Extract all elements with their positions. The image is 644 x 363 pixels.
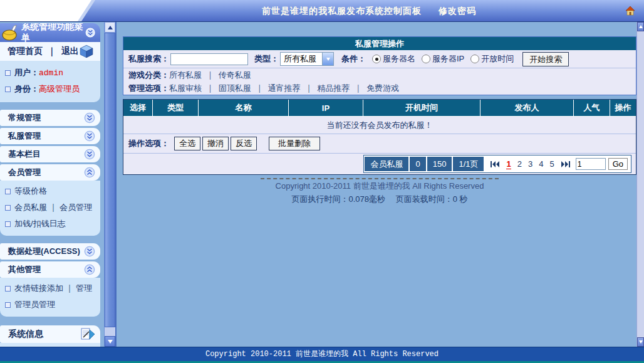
first-page-icon[interactable] [491,161,500,167]
batch-delete-button[interactable]: 批量删除 [269,137,320,150]
invert-select-button[interactable]: 反选 [231,137,257,150]
option-link-guding[interactable]: 固顶私服 [219,83,251,94]
page-5-link[interactable]: 5 [549,159,554,169]
sidebar-section-huiyuan-items: 等级价格 会员私服 ｜ 会员管理 加钱/扣钱日志 [0,181,100,236]
category-link-chuanqi[interactable]: 传奇私服 [219,70,251,81]
link-separator: ｜ [304,83,313,94]
box-icon [79,44,94,59]
col-actions: 操作 [610,100,636,116]
page-1-link[interactable]: 1 [506,159,511,169]
page-3-link[interactable]: 3 [528,159,532,169]
chevron-up-circle-icon[interactable] [84,167,95,178]
col-publisher: 发布人 [480,100,574,116]
arrow-up-icon [639,25,643,28]
header-swoosh-decoration [0,0,92,22]
main-content: 私服管理操作 私服搜索： 类型： 所有私服 条件： 服务器名 服务器 [123,22,636,205]
pagination-tab: 会员私服 [365,157,408,171]
option-link-tongxiao[interactable]: 通宵推荐 [267,83,300,94]
sidebar-section-changgui[interactable]: 常规管理 [0,110,100,126]
page-2-link[interactable]: 2 [517,159,522,169]
pagination-page-size: 150 [427,157,452,171]
dashed-divider [261,178,499,179]
link-separator: ｜ [206,70,214,81]
manage-options-row: 管理选项： 私服审核 ｜ 固顶私服 ｜ 通宵推荐 ｜ 精品推荐 ｜ 免费游戏 [123,82,636,95]
sidebar-item-dengji[interactable]: 等级价格 [0,183,100,199]
unselect-button[interactable]: 撤消 [202,137,229,150]
select-all-button[interactable]: 全选 [174,137,200,150]
header-title-area: 前世是谁埋的我私服发布系统控制面板 修改密码 [94,0,644,21]
change-password-link[interactable]: 修改密码 [439,6,476,16]
nav-separator: ｜ [48,46,56,57]
chevron-down-circle-icon[interactable] [84,130,95,142]
chevron-down-circle-icon[interactable] [85,27,95,38]
category-link-all[interactable]: 所有私服 [169,70,202,81]
scroll-up-button[interactable] [637,22,644,31]
section-title: 其他管理 [8,264,41,275]
manage-options-label: 管理选项： [128,83,169,94]
option-link-jingpin[interactable]: 精品推荐 [317,83,350,94]
search-input[interactable] [170,53,248,65]
chevron-down-circle-icon[interactable] [84,246,95,257]
sidebar-section-jiben[interactable]: 基本栏目 [0,146,100,162]
sidebar-top-panel: 系统管理功能菜单 管理首页 ｜ 退出 [0,23,100,102]
operations-panel: 私服管理操作 私服搜索： 类型： 所有私服 条件： 服务器名 服务器 [123,36,636,95]
home-icon[interactable] [624,4,636,17]
sidebar-section-sifu[interactable]: 私服管理 [0,128,100,144]
sidebar-item-youqing[interactable]: 友情链接添加 ｜ 管理 [0,280,100,297]
radio-server-ip[interactable] [422,55,430,63]
option-link-mianfei[interactable]: 免费游戏 [366,83,399,94]
scroll-up-button[interactable] [105,22,115,33]
nav-home-link[interactable]: 管理首页 [8,46,43,57]
empty-table-message: 当前还没有会员发布的私服！ [123,117,636,134]
system-info-title: 系统信息 [8,329,43,340]
radio-server-name[interactable] [372,55,381,63]
type-select[interactable]: 所有私服 [280,52,334,66]
scroll-down-button[interactable] [105,336,115,347]
user-value: admin [39,68,63,78]
arrow-up-icon [108,26,113,29]
chevron-up-circle-icon[interactable] [84,264,95,275]
sidebar-section-shuju[interactable]: 数据处理(ACCESS) [0,243,100,260]
sidebar-item-label: 会员私服 ｜ 会员管理 [14,202,92,213]
user-label: 用户： [14,67,39,78]
page-4-link[interactable]: 4 [539,159,543,169]
sidebar-item-huiyuan-sifu[interactable]: 会员私服 ｜ 会员管理 [0,199,100,216]
option-link-shenhe[interactable]: 私服审核 [169,83,202,94]
chevron-down-circle-icon[interactable] [84,149,95,160]
link-separator: ｜ [256,83,264,94]
sidebar-item-label: 加钱/扣钱日志 [14,218,66,229]
notepad-icon [80,327,96,341]
section-title: 会员管理 [8,167,41,178]
search-row: 私服搜索： 类型： 所有私服 条件： 服务器名 服务器IP 开放时 [123,50,636,68]
section-title: 常规管理 [8,112,41,124]
link-separator: ｜ [206,83,214,94]
last-page-icon[interactable] [561,161,570,167]
go-button[interactable]: Go [608,158,628,170]
main-scrollbar[interactable] [636,22,644,347]
radio-open-time[interactable] [470,55,479,63]
sidebar-section-huiyuan[interactable]: 会员管理 [0,164,100,181]
search-button[interactable]: 开始搜索 [522,52,569,66]
nav-logout-link[interactable]: 退出 [61,46,79,57]
section-title: 私服管理 [8,130,41,142]
game-category-label: 游戏分类： [128,70,169,81]
scrollbar-track[interactable] [637,31,644,337]
sidebar-scrollbar[interactable] [104,22,115,347]
col-name: 名称 [199,100,289,116]
pagination-page-info: 1/1页 [453,157,484,171]
chevron-down-circle-icon[interactable] [84,112,95,124]
footer-bar: Copyright 2010-2011 前世是谁埋的我 All Rights R… [0,347,644,363]
select-dropdown-icon[interactable] [322,53,333,65]
sidebar-section-qita-items: 友情链接添加 ｜ 管理 管理员管理 [0,278,100,317]
sidebar-section-qita[interactable]: 其他管理 [0,261,100,278]
timing-text: 页面执行时间：0.078毫秒 页面装载时间：0 秒 [123,194,636,205]
sidebar-item-label: 等级价格 [14,186,47,197]
bullet-icon [5,302,11,308]
sidebar-item-guanliyuan[interactable]: 管理员管理 [0,297,100,313]
page-number-input[interactable] [576,158,606,170]
scrollbar-thumb[interactable] [105,33,115,327]
sidebar-nav-row: 管理首页 ｜ 退出 [0,42,100,61]
scrollbar-track[interactable] [105,327,115,336]
sidebar-item-jiaqian[interactable]: 加钱/扣钱日志 [0,216,100,232]
scroll-down-button[interactable] [637,337,644,347]
